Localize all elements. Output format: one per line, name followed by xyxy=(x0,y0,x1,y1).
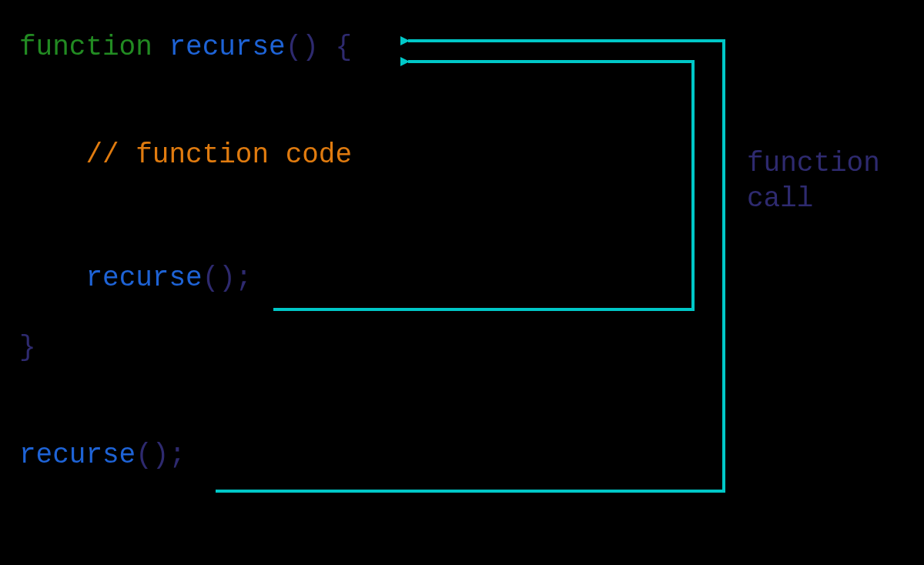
blank-line xyxy=(19,208,352,262)
label-line2: call xyxy=(747,183,813,215)
blank-line xyxy=(19,100,352,139)
keyword-function: function xyxy=(19,32,152,63)
inner-call-tail: (); xyxy=(203,262,253,294)
function-name: recurse xyxy=(169,32,285,63)
code-line-close: } xyxy=(19,331,352,377)
open-brace: { xyxy=(319,32,352,63)
comment: // function code xyxy=(85,139,352,171)
code-line-outer-call: recurse(); xyxy=(19,439,352,508)
code-line-comment: // function code xyxy=(19,139,352,208)
label-line1: function xyxy=(747,148,880,179)
code-block: function recurse() { // function code re… xyxy=(19,31,352,508)
blank-line xyxy=(19,377,352,439)
code-line-inner-call: recurse(); xyxy=(19,262,352,331)
code-line-def: function recurse() { xyxy=(19,31,352,100)
parens: () xyxy=(286,32,319,63)
outer-call-tail: (); xyxy=(136,440,186,471)
label-function-call: function call xyxy=(747,146,880,217)
close-brace: } xyxy=(19,332,36,363)
inner-call-name: recurse xyxy=(85,262,202,294)
outer-call-name: recurse xyxy=(19,440,136,471)
